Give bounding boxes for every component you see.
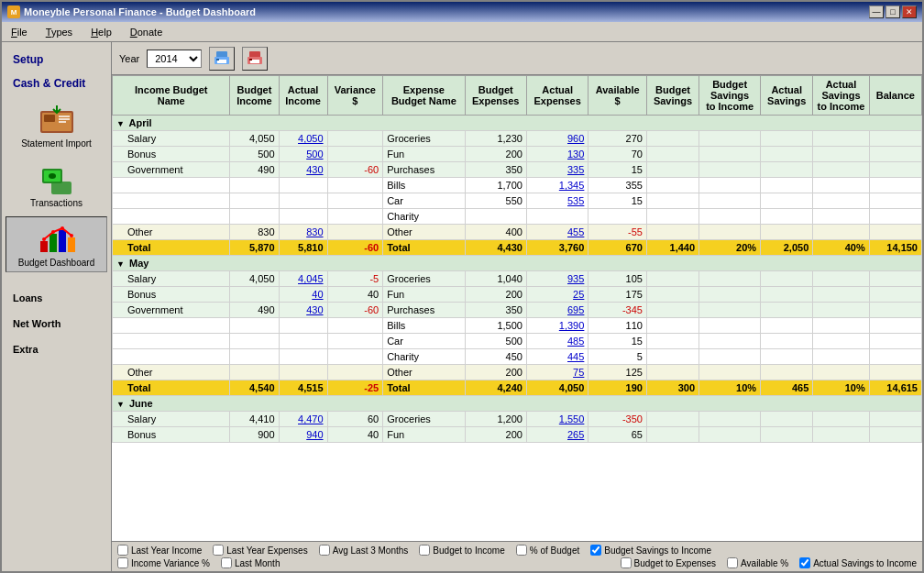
- check-budget-savings-to-income[interactable]: Budget Savings to Income: [590, 545, 711, 556]
- total-balance: 14,150: [869, 240, 921, 256]
- budget-income: 490: [230, 162, 279, 178]
- available: 15: [588, 162, 647, 178]
- export-button[interactable]: [242, 47, 268, 71]
- check-income-variance-pct[interactable]: Income Variance %: [117, 557, 210, 568]
- maximize-button[interactable]: □: [886, 6, 900, 18]
- checkbox-last-month[interactable]: [221, 557, 232, 568]
- sidebar-label-budget: Budget Dashboard: [18, 258, 94, 268]
- header-variance: Variance$: [327, 76, 383, 116]
- table-row: Charity: [113, 209, 922, 225]
- menu-file[interactable]: File: [6, 25, 33, 39]
- table-row: Salary 4,410 4,470 60 Groceries 1,200 1,…: [113, 412, 922, 427]
- check-available-pct[interactable]: Available %: [727, 557, 788, 568]
- check-avg-last-3-months[interactable]: Avg Last 3 Months: [319, 545, 409, 556]
- svg-point-17: [70, 234, 73, 237]
- main-layout: Setup Cash & Credit Statement Import: [2, 42, 922, 571]
- checkbox-last-year-income[interactable]: [117, 545, 128, 556]
- actual-income-link[interactable]: 4,050: [298, 133, 324, 144]
- label-available-pct: Available %: [741, 558, 788, 568]
- actual-savings-pct: [813, 162, 869, 178]
- header-actual-expenses: ActualExpenses: [526, 76, 588, 116]
- check-budget-to-income[interactable]: Budget to Income: [419, 545, 504, 556]
- may-total-row: Total 4,540 4,515 -25 Total 4,240 4,050 …: [113, 380, 922, 396]
- budget-savings-pct: [699, 131, 761, 147]
- expand-april[interactable]: ▼: [116, 119, 125, 128]
- close-button[interactable]: ✕: [902, 6, 917, 18]
- budget-expense: 350: [465, 162, 526, 178]
- table-container[interactable]: Income BudgetName BudgetIncome ActualInc…: [112, 75, 922, 541]
- budget-income: 500: [230, 147, 279, 162]
- svg-rect-11: [50, 234, 57, 252]
- checkbox-actual-savings-to-income[interactable]: [799, 557, 810, 568]
- table-row: Bills 1,500 1,390 110: [113, 318, 922, 334]
- year-select[interactable]: 2014 2013 2012 2015: [147, 50, 202, 68]
- expense-name: Groceries: [383, 131, 465, 147]
- income-name: Government: [113, 162, 230, 178]
- header-income-budget-name: Income BudgetName: [113, 76, 230, 116]
- checkbox-last-year-expenses[interactable]: [213, 545, 224, 556]
- check-last-year-expenses[interactable]: Last Year Expenses: [213, 545, 307, 556]
- actual-income: 430: [279, 162, 327, 178]
- checkbox-budget-to-expenses[interactable]: [621, 557, 632, 568]
- expand-may[interactable]: ▼: [116, 259, 125, 269]
- income-name: Bonus: [113, 147, 230, 162]
- variance: [327, 147, 383, 162]
- checkbox-budget-savings-to-income[interactable]: [590, 545, 601, 556]
- svg-point-15: [51, 230, 55, 234]
- footer: Last Year Income Last Year Expenses Avg …: [112, 541, 922, 571]
- sidebar-item-statement-import[interactable]: Statement Import: [6, 97, 107, 153]
- checkbox-available-pct[interactable]: [727, 557, 738, 568]
- print-button[interactable]: [209, 47, 235, 71]
- total-expense-label: Total: [383, 240, 465, 256]
- sidebar-link-extra[interactable]: Extra: [6, 338, 107, 360]
- check-last-month[interactable]: Last Month: [221, 557, 280, 568]
- check-budget-to-expenses[interactable]: Budget to Expenses: [621, 557, 717, 568]
- actual-income: 4,050: [279, 131, 327, 147]
- svg-rect-13: [68, 237, 75, 252]
- toolbar: Year 2014 2013 2012 2015: [112, 42, 922, 75]
- table-row: Government 490 430 -60 Purchases 350 695…: [113, 303, 922, 318]
- expense-name: Purchases: [383, 162, 465, 178]
- minimize-button[interactable]: —: [869, 6, 884, 18]
- checkbox-income-variance-pct[interactable]: [117, 557, 128, 568]
- header-actual-savings: ActualSavings: [761, 76, 813, 116]
- sidebar-section-cash[interactable]: Cash & Credit: [6, 73, 107, 94]
- available: 70: [588, 147, 647, 162]
- checkbox-avg-last-3-months[interactable]: [319, 545, 330, 556]
- expand-june[interactable]: ▼: [116, 400, 125, 409]
- check-actual-savings-to-income[interactable]: Actual Savings to Income: [799, 557, 917, 568]
- budget-expense: 400: [465, 225, 526, 240]
- sidebar-section-setup[interactable]: Setup: [6, 50, 107, 70]
- checkbox-budget-to-income[interactable]: [419, 545, 430, 556]
- actual-expense: 455: [526, 225, 588, 240]
- check-last-year-income[interactable]: Last Year Income: [117, 545, 202, 556]
- variance: -60: [327, 162, 383, 178]
- footer-row-1: Last Year Income Last Year Expenses Avg …: [117, 545, 917, 556]
- sidebar-item-budget-dashboard[interactable]: Budget Dashboard: [6, 216, 107, 272]
- april-total-row: Total 5,870 5,810 -60 Total 4,430 3,760 …: [113, 240, 922, 256]
- sidebar-item-transactions[interactable]: Transactions: [6, 157, 107, 213]
- check-pct-of-budget[interactable]: % of Budget: [516, 545, 579, 556]
- checkbox-pct-of-budget[interactable]: [516, 545, 527, 556]
- actual-savings: [761, 162, 813, 178]
- balance: [869, 147, 921, 162]
- actual-expense: 335: [526, 162, 588, 178]
- svg-rect-21: [216, 59, 219, 61]
- menu-types[interactable]: Types: [40, 25, 78, 39]
- menu-donate[interactable]: Donate: [125, 25, 168, 39]
- variance: [327, 131, 383, 147]
- title-bar: M Moneyble Personal Finance - Budget Das…: [2, 2, 922, 22]
- expense-name: Other: [383, 225, 465, 240]
- actual-income: 830: [279, 225, 327, 240]
- table-row: Bonus 900 940 40 Fun 200 265 65: [113, 427, 922, 443]
- total-budget-savings-pct: 20%: [699, 240, 761, 256]
- menu-help[interactable]: Help: [85, 25, 117, 39]
- sidebar-link-loans[interactable]: Loans: [6, 287, 107, 309]
- balance: [869, 162, 921, 178]
- budget-income: 830: [230, 225, 279, 240]
- svg-point-16: [60, 226, 64, 230]
- table-row: Bonus 40 40 Fun 200 25 175: [113, 287, 922, 303]
- svg-point-8: [49, 173, 56, 179]
- sidebar-link-networth[interactable]: Net Worth: [6, 313, 107, 335]
- sidebar: Setup Cash & Credit Statement Import: [2, 42, 112, 571]
